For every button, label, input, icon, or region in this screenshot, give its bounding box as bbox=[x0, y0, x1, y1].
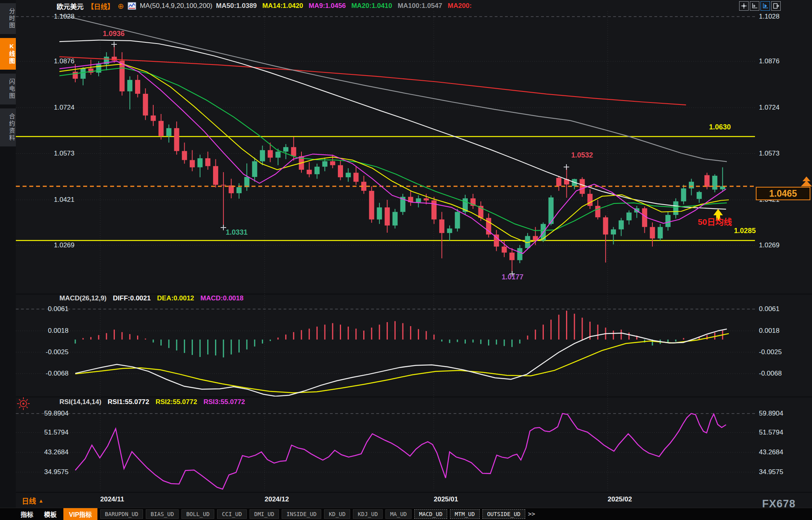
axis-tick: 51.5794 bbox=[759, 429, 783, 436]
chart-toolbar bbox=[739, 1, 781, 11]
axis-scale-left-icon[interactable] bbox=[750, 1, 759, 11]
indicator-value: RSI2:55.0772 bbox=[156, 398, 197, 406]
indicator-value: RSI3:55.0772 bbox=[204, 398, 245, 406]
x-axis-month: 2024/12 bbox=[265, 495, 289, 503]
axis-tick: 1.1028 bbox=[16, 13, 74, 21]
ma-value: MA9:1.0456 bbox=[309, 2, 346, 10]
chart-annotation: 1.0285 bbox=[734, 227, 756, 235]
ma-settings: MA(50,14,9,20,100,200) bbox=[140, 2, 212, 10]
axis-tick: 0.0061 bbox=[16, 305, 69, 313]
ma-value: MA50:1.0389 bbox=[216, 2, 257, 10]
axis-tick: 0.0018 bbox=[759, 327, 780, 335]
ma-value: MA200: bbox=[448, 2, 471, 10]
chart-annotation: 1.0532 bbox=[571, 151, 593, 159]
ma-value: MA100:1.0547 bbox=[398, 2, 442, 10]
sidebar-item-3[interactable]: 合约资料 bbox=[0, 108, 16, 146]
tab-OUTSIDE_UD[interactable]: OUTSIDE_UD bbox=[482, 509, 525, 519]
axis-tick: 1.0269 bbox=[16, 241, 74, 249]
chart-annotation: 50日均线 bbox=[698, 215, 732, 227]
axis-tick: 34.9575 bbox=[759, 468, 783, 476]
tab->>[interactable]: >> bbox=[528, 511, 535, 518]
trading-app: 分时图K线图闪电图合约资料 欧元美元 【日线】 ⊕ MA(50,14,9,20,… bbox=[0, 0, 812, 520]
tab-KD_UD[interactable]: KD_UD bbox=[324, 509, 350, 519]
triangle-up-icon: ▲ bbox=[38, 498, 44, 504]
tab-MACD_UD[interactable]: MACD_UD bbox=[414, 509, 447, 519]
chart-header: 欧元美元 【日线】 ⊕ MA(50,14,9,20,100,200) MA50:… bbox=[57, 1, 472, 11]
x-axis-month: 2024/11 bbox=[100, 495, 124, 503]
axis-tick: 1.0421 bbox=[16, 196, 74, 204]
chart-annotation: 1.0331 bbox=[226, 228, 248, 237]
x-axis-month: 2025/02 bbox=[608, 495, 632, 503]
indicator-value: MACD(26,12,9) bbox=[59, 294, 107, 302]
ma-value: MA14:1.0420 bbox=[262, 2, 303, 10]
rsi-header: RSI(14,14,14)RSI1:55.0772RSI2:55.0772RSI… bbox=[59, 398, 245, 406]
tab-BIAS_UD[interactable]: BIAS_UD bbox=[146, 509, 179, 519]
axis-tick: 43.2684 bbox=[759, 448, 783, 456]
macd-header: MACD(26,12,9)DIFF:0.0021DEA:0.0012MACD:0… bbox=[59, 294, 244, 302]
tab-BARUPDN_UD[interactable]: BARUPDN_UD bbox=[100, 509, 143, 519]
add-indicator-icon[interactable]: ⊕ bbox=[118, 2, 124, 10]
chart-canvas[interactable] bbox=[0, 0, 812, 520]
chart-annotation: 1.0936 bbox=[103, 30, 124, 38]
axis-tick: -0.0025 bbox=[759, 348, 782, 356]
axis-tick: 1.0724 bbox=[759, 104, 780, 112]
axis-tick: 1.0876 bbox=[16, 57, 74, 65]
tab-DMI_UD[interactable]: DMI_UD bbox=[250, 509, 279, 519]
tab-BOLL_UD[interactable]: BOLL_UD bbox=[181, 509, 214, 519]
axis-tick: 0.0061 bbox=[759, 305, 780, 313]
indicator-value: RSI(14,14,14) bbox=[59, 398, 101, 406]
tab-CCI_UD[interactable]: CCI_UD bbox=[217, 509, 247, 519]
tab-MA_UD[interactable]: MA_UD bbox=[385, 509, 412, 519]
axis-tick: -0.0025 bbox=[16, 348, 69, 356]
indicator-value: MACD:0.0018 bbox=[200, 294, 244, 302]
axis-tick: 51.5794 bbox=[16, 429, 69, 436]
alert-icon[interactable] bbox=[17, 397, 30, 412]
axis-tick: 59.8904 bbox=[759, 410, 783, 418]
tab-INSIDE_UD[interactable]: INSIDE_UD bbox=[282, 509, 321, 519]
current-price-box: 1.0465 bbox=[756, 187, 810, 200]
axis-scale-right-icon[interactable] bbox=[761, 1, 770, 11]
indicator-value: DEA:0.0012 bbox=[157, 294, 194, 302]
indicator-tabbar: 指标模板VIP指标BARUPDN_UDBIAS_UDBOLL_UDCCI_UDD… bbox=[0, 508, 812, 520]
axis-tick: 1.0269 bbox=[759, 241, 780, 249]
axis-tick: 43.2684 bbox=[16, 448, 69, 456]
period-selector[interactable]: 日线 ▲ bbox=[22, 495, 44, 506]
chart-annotation: 1.0177 bbox=[501, 273, 523, 281]
chart-annotation: 1.0630 bbox=[709, 123, 731, 131]
sidebar-item-0[interactable]: 分时图 bbox=[0, 3, 16, 34]
axis-tick: -0.0068 bbox=[16, 370, 69, 378]
symbol-name: 欧元美元 bbox=[57, 1, 84, 11]
indicator-value: DIFF:0.0021 bbox=[113, 294, 151, 302]
ma-value: MA20:1.0410 bbox=[351, 2, 392, 10]
axis-tick: 1.0573 bbox=[16, 150, 74, 158]
tab-VIP指标[interactable]: VIP指标 bbox=[63, 508, 97, 520]
axis-tick: 1.0724 bbox=[16, 104, 74, 112]
indicator-value: RSI1:55.0772 bbox=[108, 398, 149, 406]
axis-tick: 1.1028 bbox=[759, 13, 780, 21]
sidebar-item-1[interactable]: K线图 bbox=[0, 38, 16, 70]
mini-chart-icon[interactable] bbox=[128, 2, 136, 10]
x-axis-month: 2025/01 bbox=[434, 495, 458, 503]
axis-tick: 0.0018 bbox=[16, 327, 69, 335]
period-label: 日线 bbox=[22, 495, 36, 506]
tab-MTM_UD[interactable]: MTM_UD bbox=[450, 509, 480, 519]
ma-values: MA50:1.0389MA14:1.0420MA9:1.0456MA20:1.0… bbox=[216, 2, 472, 10]
sidebar-chart-types: 分时图K线图闪电图合约资料 bbox=[0, 0, 16, 508]
sidebar-item-2[interactable]: 闪电图 bbox=[0, 74, 16, 104]
new-window-icon[interactable] bbox=[771, 1, 781, 11]
tab-KDJ_UD[interactable]: KDJ_UD bbox=[353, 509, 383, 519]
period-tag: 【日线】 bbox=[87, 1, 114, 11]
axis-tick: 1.0876 bbox=[759, 57, 780, 65]
crosshair-icon[interactable] bbox=[739, 1, 749, 11]
axis-tick: -0.0068 bbox=[759, 370, 782, 378]
tab-模板[interactable]: 模板 bbox=[40, 509, 61, 520]
axis-tick: 34.9575 bbox=[16, 468, 69, 476]
axis-tick: 1.0573 bbox=[759, 150, 780, 158]
tab-指标[interactable]: 指标 bbox=[17, 509, 37, 520]
